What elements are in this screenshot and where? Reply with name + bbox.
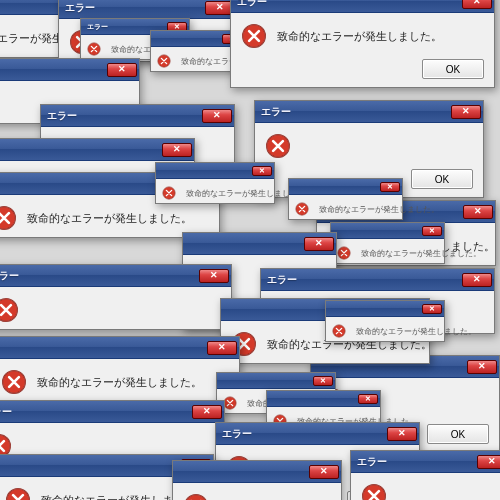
titlebar[interactable]: ✕ bbox=[331, 223, 444, 239]
window-title: エラー bbox=[261, 105, 291, 119]
error-icon bbox=[162, 186, 176, 200]
error-dialog: ✕ 致命的なエラーが発生しました。 bbox=[288, 178, 403, 220]
titlebar[interactable]: エラー✕ bbox=[216, 423, 419, 445]
dialog-content bbox=[351, 473, 500, 500]
svg-point-30 bbox=[0, 299, 17, 322]
error-icon bbox=[241, 23, 267, 49]
dialog-content: 致命的なエラーが発生しました。 bbox=[231, 13, 494, 55]
titlebar[interactable]: エラー✕ bbox=[0, 265, 231, 287]
close-button[interactable]: ✕ bbox=[162, 143, 192, 157]
close-button[interactable]: ✕ bbox=[462, 273, 492, 287]
dialog-content: 致命的なエラーが発生しました。 bbox=[326, 317, 444, 341]
error-message: 致命的なエラーが発生しました。 bbox=[319, 204, 439, 215]
close-button[interactable]: ✕ bbox=[422, 304, 442, 314]
close-button[interactable]: ✕ bbox=[107, 63, 137, 77]
button-row: OK bbox=[231, 55, 494, 87]
titlebar[interactable]: ✕ bbox=[267, 391, 380, 407]
dialog-content bbox=[0, 287, 231, 329]
window-title: エラー bbox=[237, 0, 267, 9]
window-title: エラー bbox=[65, 1, 95, 15]
close-button[interactable]: ✕ bbox=[202, 109, 232, 123]
window-title: エラー bbox=[47, 109, 77, 123]
titlebar[interactable]: ✕ bbox=[156, 163, 274, 179]
titlebar[interactable]: エラー✕ bbox=[41, 105, 234, 127]
error-icon bbox=[183, 493, 209, 500]
titlebar[interactable]: ✕ bbox=[0, 337, 239, 359]
titlebar[interactable]: エラー✕ bbox=[0, 139, 194, 161]
dialog-content: 致命的なエラ bbox=[173, 483, 341, 500]
error-icon bbox=[1, 369, 27, 395]
error-dialog: エラー✕ bbox=[350, 450, 500, 500]
error-icon bbox=[87, 42, 101, 56]
error-message: 致命的なエラーが発生しました。 bbox=[361, 248, 481, 259]
close-button[interactable]: ✕ bbox=[309, 465, 339, 479]
close-button[interactable]: ✕ bbox=[199, 269, 229, 283]
error-icon bbox=[0, 205, 17, 231]
ok-button[interactable]: OK bbox=[427, 424, 489, 444]
error-message: 致命的なエラーが発生しました。 bbox=[277, 29, 442, 44]
error-message: 致命的なエラーが発生しました。 bbox=[37, 375, 202, 390]
titlebar[interactable]: ✕ bbox=[217, 373, 335, 389]
error-icon bbox=[5, 487, 31, 500]
close-button[interactable]: ✕ bbox=[192, 405, 222, 419]
close-button[interactable]: ✕ bbox=[422, 226, 442, 236]
dialog-content bbox=[255, 123, 483, 165]
close-button[interactable]: ✕ bbox=[462, 0, 492, 9]
error-dialog: ✕ 致命的なエラ bbox=[172, 460, 342, 500]
window-title: エラー bbox=[0, 405, 12, 419]
titlebar[interactable]: ✕ bbox=[173, 461, 341, 483]
error-icon bbox=[332, 324, 346, 338]
titlebar[interactable]: エラー✕ bbox=[261, 269, 494, 291]
close-button[interactable]: ✕ bbox=[252, 166, 272, 176]
error-icon bbox=[361, 483, 387, 500]
close-button[interactable]: ✕ bbox=[467, 360, 497, 374]
titlebar[interactable]: エラー✕ bbox=[231, 0, 494, 13]
titlebar[interactable]: エラー✕ bbox=[0, 59, 139, 81]
titlebar[interactable]: エラー✕ bbox=[59, 0, 237, 19]
close-button[interactable]: ✕ bbox=[380, 182, 400, 192]
error-message: 致命的なエラーが発生しました。 bbox=[27, 211, 192, 226]
error-dialog: ✕ 致命的なエラーが発生しました。 bbox=[0, 336, 240, 402]
error-dialog: ✕ 致命的なエラーが発生しました。 bbox=[155, 162, 275, 204]
window-title: エラー bbox=[267, 273, 297, 287]
titlebar[interactable]: エラー✕ bbox=[351, 451, 500, 473]
close-button[interactable]: ✕ bbox=[207, 341, 237, 355]
dialog-content: 致命的なエラーが発生しました。 bbox=[156, 179, 274, 203]
error-icon bbox=[295, 202, 309, 216]
close-button[interactable]: ✕ bbox=[463, 205, 493, 219]
close-button[interactable]: ✕ bbox=[477, 455, 500, 469]
error-message: 致命的なエラーが発生しました。 bbox=[356, 326, 476, 337]
svg-point-52 bbox=[185, 495, 208, 500]
close-button[interactable]: ✕ bbox=[313, 376, 333, 386]
error-dialog: ✕ 致命的なエラーが発生しました。 bbox=[330, 222, 445, 264]
ok-button[interactable]: OK bbox=[411, 169, 473, 189]
window-title: エラー bbox=[357, 455, 387, 469]
error-icon bbox=[157, 54, 171, 68]
close-button[interactable]: ✕ bbox=[451, 105, 481, 119]
error-icon bbox=[0, 297, 19, 323]
dialog-content: 致命的なエラーが発生しました。 bbox=[289, 195, 402, 219]
close-button[interactable]: ✕ bbox=[387, 427, 417, 441]
titlebar[interactable]: エラー✕ bbox=[0, 401, 224, 423]
error-icon bbox=[265, 133, 291, 159]
titlebar[interactable]: エラー✕ bbox=[255, 101, 483, 123]
error-dialog: エラー✕ bbox=[0, 264, 232, 330]
window-title: エラー bbox=[222, 427, 252, 441]
dialog-content: 致命的なエラーが発生しました。 bbox=[0, 359, 239, 401]
dialog-content: 致命的なエラーが発生しました。 bbox=[331, 239, 444, 263]
close-button[interactable]: ✕ bbox=[304, 237, 334, 251]
titlebar[interactable]: ✕ bbox=[183, 233, 336, 255]
titlebar[interactable]: ✕ bbox=[326, 301, 444, 317]
titlebar[interactable]: ✕ bbox=[289, 179, 402, 195]
error-dialog: ✕ 致命的なエラーが発生しました。 bbox=[325, 300, 445, 342]
window-title: エラー bbox=[87, 22, 108, 32]
error-icon bbox=[223, 396, 237, 410]
close-button[interactable]: ✕ bbox=[358, 394, 378, 404]
window-title: エラー bbox=[0, 269, 19, 283]
error-icon bbox=[337, 246, 351, 260]
error-dialog: エラー✕ 致命的なエラーが発生しました。OK bbox=[230, 0, 495, 88]
ok-button[interactable]: OK bbox=[422, 59, 484, 79]
